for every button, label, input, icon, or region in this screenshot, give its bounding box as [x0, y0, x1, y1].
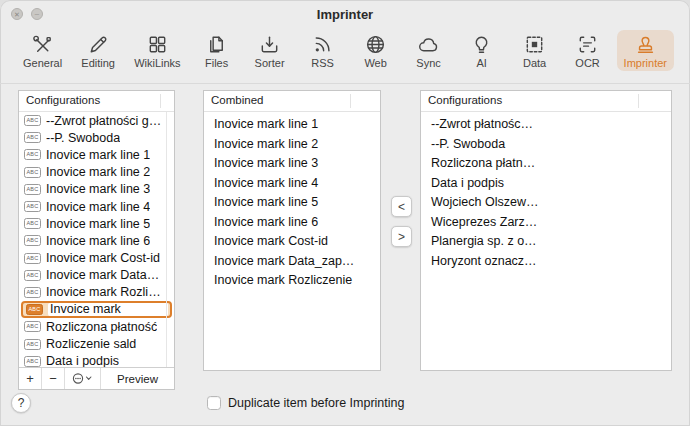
list-item[interactable]: ABCInovice mark Cost-id: [19, 250, 174, 267]
list-item[interactable]: Rozliczona płatn…: [421, 154, 671, 174]
list-item-label: Inovice mark Data_zap…: [46, 268, 165, 282]
list-item[interactable]: Inovice mark line 6: [204, 213, 380, 233]
list-item-label: Inovice mark line 6: [46, 234, 150, 248]
list-item[interactable]: Inovice mark line 2: [204, 135, 380, 155]
toolbar-item-wikilinks[interactable]: WikiLinks: [127, 30, 187, 71]
abc-badge-icon: ABC: [24, 321, 41, 332]
inbox-arrow-icon: [258, 33, 281, 56]
column-header: Configurations: [421, 91, 671, 112]
list-item[interactable]: Wiceprezes Zarz…: [421, 213, 671, 233]
list-item-label: Inovice mark Data_zap…: [214, 254, 354, 268]
list-item[interactable]: ABCInovice mark line 2: [19, 164, 174, 181]
preview-button[interactable]: Preview: [101, 368, 174, 389]
list-item[interactable]: ABCInovice mark Data_zap…: [19, 267, 174, 284]
list-item[interactable]: Inovice mark Data_zap…: [204, 252, 380, 272]
duplicate-checkbox-label: Duplicate item before Imprinting: [228, 396, 404, 410]
list-item[interactable]: Inovice mark line 5: [204, 193, 380, 213]
help-button[interactable]: ?: [11, 393, 31, 413]
list-item[interactable]: Inovice mark line 4: [204, 174, 380, 194]
list-item[interactable]: ABCData i podpis: [19, 353, 174, 368]
list-item[interactable]: Inovice mark Cost-id: [204, 232, 380, 252]
toolbar-item-label: Sorter: [255, 57, 285, 69]
toolbar-item-ai[interactable]: AI: [458, 30, 506, 71]
preferences-window: Imprinter General Editing WikiLinks File…: [0, 0, 690, 426]
list-item-label: Planergia sp. z o…: [431, 234, 537, 248]
list-item[interactable]: Inovice mark Rozliczenie: [204, 271, 380, 291]
list-item[interactable]: Inovice mark line 3: [204, 154, 380, 174]
list-footer-toolbar: + − Preview: [19, 367, 174, 389]
toolbar-item-sync[interactable]: Sync: [405, 30, 453, 71]
list-item[interactable]: Inovice mark line 1: [204, 115, 380, 135]
list-item-label: Inovice mark line 5: [46, 217, 150, 231]
titlebar: Imprinter: [0, 0, 690, 28]
list-item[interactable]: ABCInovice mark line 4: [19, 198, 174, 215]
list-item-label: Wiceprezes Zarz…: [431, 215, 537, 229]
list-item-label: Invoice mark: [50, 303, 121, 316]
toolbar-item-sorter[interactable]: Sorter: [246, 30, 294, 71]
tools-icon: [31, 33, 54, 56]
list-item[interactable]: ABC--Zwrot płatności gotó…: [19, 112, 174, 129]
abc-badge-icon: ABC: [24, 132, 41, 143]
toolbar-item-files[interactable]: Files: [193, 30, 241, 71]
list-item[interactable]: Planergia sp. z o…: [421, 232, 671, 252]
move-right-button[interactable]: >: [391, 226, 412, 247]
action-menu-button[interactable]: [65, 368, 101, 389]
abc-badge-icon: ABC: [24, 115, 41, 126]
abc-badge-icon: ABC: [24, 149, 41, 160]
list-item[interactable]: ABCRozliczona płatność: [19, 318, 174, 335]
list-item[interactable]: Horyzont oznacz…: [421, 252, 671, 272]
toolbar-item-rss[interactable]: RSS: [299, 30, 347, 71]
list-item[interactable]: --P. Swoboda: [421, 135, 671, 155]
toolbar-item-label: Files: [205, 57, 228, 69]
list-item[interactable]: Wojciech Olszew…: [421, 193, 671, 213]
remove-button[interactable]: −: [42, 368, 65, 389]
list-item-label: Inovice mark line 3: [46, 182, 150, 196]
target-configurations-panel: Configurations --Zwrot płatnośc… --P. Sw…: [420, 90, 672, 371]
cloud-icon: [417, 33, 440, 56]
column-header: Configurations: [19, 91, 174, 112]
toolbar-item-label: OCR: [575, 57, 599, 69]
list-item-label: --Zwrot płatności gotó…: [46, 114, 165, 128]
list-item-label: Inovice mark line 4: [46, 200, 150, 214]
abc-badge-icon: ABC: [24, 339, 41, 350]
toolbar-item-imprinter[interactable]: Imprinter: [617, 30, 674, 71]
list-item[interactable]: ABCInovice mark line 5: [19, 215, 174, 232]
list-item[interactable]: Data i podpis: [421, 174, 671, 194]
scrollbar-track[interactable]: [166, 112, 167, 367]
toolbar-item-label: Editing: [81, 57, 115, 69]
target-configurations-list: --Zwrot płatnośc… --P. Swoboda Rozliczon…: [421, 111, 671, 370]
toolbar-item-editing[interactable]: Editing: [74, 30, 122, 71]
window-title: Imprinter: [0, 7, 690, 22]
list-item-label: Inovice mark Cost-id: [214, 234, 328, 248]
toolbar-item-ocr[interactable]: OCR: [564, 30, 612, 71]
rename-input[interactable]: Invoice mark: [48, 303, 168, 316]
toolbar-item-label: Web: [364, 57, 386, 69]
list-item-label: Inovice mark line 1: [46, 148, 150, 162]
abc-badge-icon: ABC: [24, 356, 41, 367]
toolbar-item-general[interactable]: General: [16, 30, 69, 71]
list-item[interactable]: ABCInovice mark line 1: [19, 146, 174, 163]
list-item[interactable]: --Zwrot płatnośc…: [421, 115, 671, 135]
pencil-icon: [87, 33, 110, 56]
list-item[interactable]: ABCInovice mark line 6: [19, 232, 174, 249]
list-item-label: --P. Swoboda: [46, 131, 120, 145]
duplicate-checkbox[interactable]: [207, 396, 221, 410]
toolbar-item-data[interactable]: Data: [511, 30, 559, 71]
abc-badge-icon: ABC: [24, 253, 41, 264]
move-left-button[interactable]: <: [391, 196, 412, 217]
list-item-label: Inovice mark line 2: [214, 137, 318, 151]
add-button[interactable]: +: [19, 368, 42, 389]
list-item-label: Data i podpis: [431, 176, 504, 190]
toolbar-item-web[interactable]: Web: [352, 30, 400, 71]
list-item-selected[interactable]: ABCInvoice mark: [21, 301, 172, 318]
list-item-label: Inovice mark Rozliczenie: [46, 285, 165, 299]
list-item[interactable]: ABCRozliczenie sald: [19, 335, 174, 352]
list-item-label: Inovice mark line 3: [214, 156, 318, 170]
toolbar: General Editing WikiLinks Files Sorter R…: [0, 27, 690, 84]
list-item-label: --P. Swoboda: [431, 137, 505, 151]
documents-icon: [205, 33, 228, 56]
rss-icon: [311, 33, 334, 56]
list-item[interactable]: ABCInovice mark Rozliczenie: [19, 284, 174, 301]
list-item[interactable]: ABCInovice mark line 3: [19, 181, 174, 198]
list-item[interactable]: ABC--P. Swoboda: [19, 129, 174, 146]
